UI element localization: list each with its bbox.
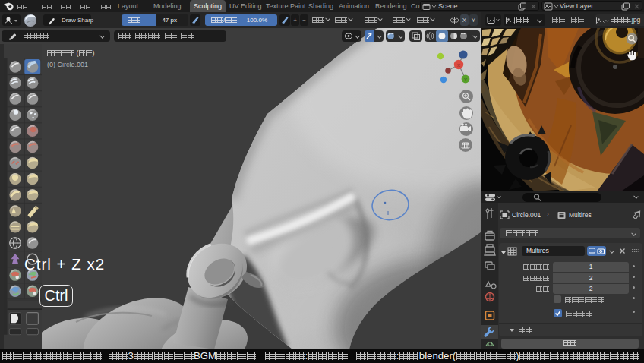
- svg-text:X: X: [457, 63, 460, 68]
- svg-text:Y: Y: [464, 77, 467, 82]
